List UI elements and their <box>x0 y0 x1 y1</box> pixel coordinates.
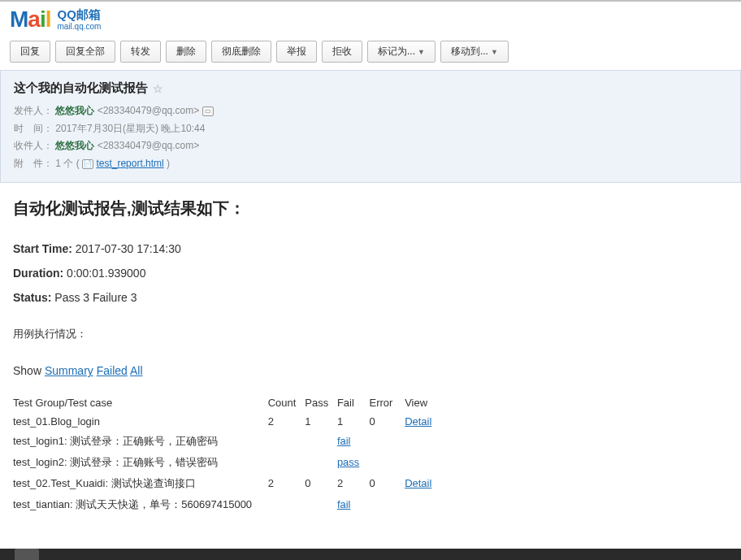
logo-url-text: mail.qq.com <box>57 22 101 31</box>
time-value: 2017年7月30日(星期天) 晚上10:44 <box>55 123 205 134</box>
toolbar: 回复 回复全部 转发 删除 彻底删除 举报 拒收 标记为...▼ 移动到...▼ <box>0 34 741 70</box>
move-to-button[interactable]: 移动到...▼ <box>440 41 509 63</box>
mail-meta-panel: 这个我的自动化测试报告 ☆ 发件人： 悠悠我心 <283340479@qq.co… <box>0 70 741 183</box>
mail-header: Mail QQ邮箱 mail.qq.com <box>0 2 741 34</box>
table-row: test_login1: 测试登录：正确账号，正确密码 fail <box>13 431 728 452</box>
to-name[interactable]: 悠悠我心 <box>55 140 94 151</box>
table-row: test_tiantian: 测试天天快递，单号：560697415000 fa… <box>13 494 728 515</box>
detail-link[interactable]: Detail <box>405 415 431 428</box>
mail-body: 自动化测试报告,测试结果如下： Start Time: 2017-07-30 1… <box>0 183 741 530</box>
report-button[interactable]: 举报 <box>276 41 317 63</box>
time-row: 时 间： 2017年7月30日(星期天) 晚上10:44 <box>14 120 727 138</box>
cases-label: 用例执行情况： <box>13 327 728 341</box>
fail-link[interactable]: fail <box>337 498 351 510</box>
chevron-down-icon: ▼ <box>491 48 498 56</box>
delete-button[interactable]: 删除 <box>166 41 206 63</box>
attachment-link[interactable]: test_report.html <box>96 158 163 169</box>
reply-button[interactable]: 回复 <box>10 41 50 63</box>
reply-all-button[interactable]: 回复全部 <box>55 41 115 63</box>
chevron-down-icon: ▼ <box>418 48 425 56</box>
status-row: Status: Pass 3 Failure 3 <box>13 291 728 304</box>
to-email: <283340479@qq.com> <box>98 140 200 151</box>
report-table: Test Group/Test case Count Pass Fail Err… <box>13 393 728 515</box>
taskbar-item[interactable] <box>15 549 39 560</box>
detail-link[interactable]: Detail <box>405 477 431 489</box>
table-header-row: Test Group/Test case Count Pass Fail Err… <box>13 393 728 412</box>
logo-qq-text: QQ邮箱 <box>57 8 101 22</box>
pass-link[interactable]: pass <box>337 456 359 468</box>
duration-row: Duration: 0:00:01.939000 <box>13 267 728 280</box>
forward-button[interactable]: 转发 <box>120 41 161 63</box>
mark-as-button[interactable]: 标记为...▼ <box>367 41 436 63</box>
logo[interactable]: Mail QQ邮箱 mail.qq.com <box>10 7 101 33</box>
report-title: 自动化测试报告,测试结果如下： <box>13 198 728 219</box>
taskbar <box>0 549 741 560</box>
to-row: 收件人： 悠悠我心 <283340479@qq.com> <box>14 137 727 155</box>
star-icon[interactable]: ☆ <box>153 82 163 95</box>
file-icon: 📄 <box>82 159 93 169</box>
from-name[interactable]: 悠悠我心 <box>55 105 94 116</box>
mail-subject: 这个我的自动化测试报告 ☆ <box>14 80 727 96</box>
delete-perm-button[interactable]: 彻底删除 <box>211 41 271 63</box>
attachment-row: 附 件： 1 个 ( 📄 test_report.html ) <box>14 155 727 173</box>
contact-card-icon[interactable]: ▭ <box>202 106 214 116</box>
all-link[interactable]: All <box>130 364 143 377</box>
reject-button[interactable]: 拒收 <box>322 41 362 63</box>
from-email: <283340479@qq.com> <box>98 105 200 116</box>
table-row: test_02.Test_Kuaidi: 测试快递查询接口 2 0 2 0 De… <box>13 473 728 494</box>
failed-link[interactable]: Failed <box>97 364 128 377</box>
table-row: test_login2: 测试登录：正确账号，错误密码 pass <box>13 452 728 473</box>
start-time-row: Start Time: 2017-07-30 17:14:30 <box>13 242 728 255</box>
table-row: test_01.Blog_login 2 1 1 0 Detail <box>13 412 728 431</box>
summary-link[interactable]: Summary <box>45 364 93 377</box>
from-row: 发件人： 悠悠我心 <283340479@qq.com> ▭ <box>14 102 727 120</box>
show-filter-row: Show Summary Failed All <box>13 364 728 377</box>
fail-link[interactable]: fail <box>337 435 351 447</box>
